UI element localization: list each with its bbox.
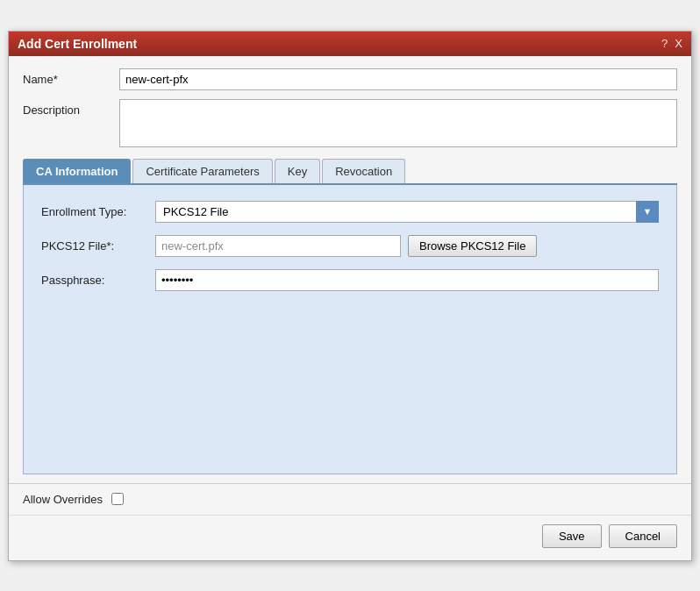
dialog-titlebar: Add Cert Enrollment ? X	[9, 32, 691, 56]
allow-overrides-label: Allow Overrides	[23, 493, 103, 506]
pkcs12-file-label: PKCS12 File*:	[41, 239, 155, 253]
pkcs12-file-input[interactable]	[155, 235, 401, 257]
add-cert-enrollment-dialog: Add Cert Enrollment ? X Name* Descriptio…	[8, 31, 692, 561]
enrollment-type-select[interactable]: PKCS12 File SCEP Manual	[155, 201, 659, 223]
enrollment-type-select-wrapper: PKCS12 File SCEP Manual ▼	[155, 201, 659, 223]
passphrase-input[interactable]	[155, 269, 659, 291]
allow-overrides-row: Allow Overrides	[9, 484, 691, 515]
dialog-footer: Save Cancel	[9, 515, 691, 560]
tab-key[interactable]: Key	[275, 159, 320, 183]
enrollment-type-row: Enrollment Type: PKCS12 File SCEP Manual…	[41, 201, 659, 223]
dialog-title: Add Cert Enrollment	[18, 37, 137, 51]
titlebar-controls: ? X	[661, 37, 682, 50]
passphrase-control	[155, 269, 659, 291]
pkcs12-file-row: PKCS12 File*: Browse PKCS12 File	[41, 235, 659, 257]
dialog-body: Name* Description CA Information Certifi…	[9, 56, 691, 483]
enrollment-type-control: PKCS12 File SCEP Manual ▼	[155, 201, 659, 223]
name-control	[119, 68, 677, 90]
tab-certificate-parameters[interactable]: Certificate Parameters	[132, 159, 272, 183]
tabs: CA Information Certificate Parameters Ke…	[23, 159, 677, 183]
description-label: Description	[23, 99, 119, 117]
browse-pkcs12-button[interactable]: Browse PKCS12 File	[408, 235, 537, 257]
name-input[interactable]	[119, 68, 677, 90]
passphrase-row: Passphrase:	[41, 269, 659, 291]
passphrase-label: Passphrase:	[41, 274, 155, 287]
allow-overrides-checkbox[interactable]	[111, 493, 124, 505]
pkcs12-file-control: Browse PKCS12 File	[155, 235, 659, 257]
tab-revocation[interactable]: Revocation	[322, 159, 405, 183]
close-icon[interactable]: X	[675, 37, 682, 50]
help-icon[interactable]: ?	[661, 37, 668, 50]
ca-information-tab-content: Enrollment Type: PKCS12 File SCEP Manual…	[23, 185, 677, 474]
name-label: Name*	[23, 68, 119, 86]
save-button[interactable]: Save	[542, 524, 602, 548]
tabs-container: CA Information Certificate Parameters Ke…	[23, 159, 677, 185]
name-row: Name*	[23, 68, 677, 90]
description-input[interactable]	[119, 99, 677, 147]
description-row: Description	[23, 99, 677, 150]
tab-ca-information[interactable]: CA Information	[23, 159, 131, 183]
enrollment-type-label: Enrollment Type:	[41, 205, 155, 218]
description-control	[119, 99, 677, 150]
cancel-button[interactable]: Cancel	[609, 524, 677, 548]
